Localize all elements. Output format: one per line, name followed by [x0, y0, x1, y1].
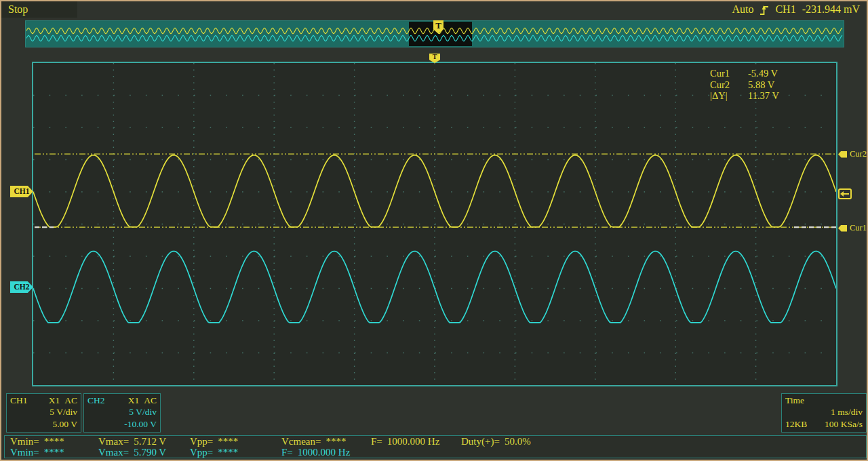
cursor2-marker-label: Cur2 — [850, 149, 867, 159]
trigger-mode[interactable]: Auto — [732, 3, 753, 16]
ch2-position-tag[interactable]: CH2 — [10, 281, 33, 293]
ch2-panel-name: CH2 — [87, 395, 105, 406]
delta-y-value: 11.37 V — [748, 90, 801, 102]
timebase-title: Time — [785, 395, 863, 406]
cursor1-marker-label: Cur1 — [850, 223, 867, 233]
delta-y-label: |ΔY| — [710, 90, 743, 102]
meas-ch2-vpp: Vpp=**** — [190, 447, 238, 458]
sample-rate: 100 KSa/s — [825, 418, 863, 430]
trigger-level-handle[interactable] — [838, 188, 852, 202]
waveform-display: Cur1 -5.49 V Cur2 5.88 V |ΔY| 11.37 V — [32, 62, 837, 386]
cursor2-handle[interactable]: Cur2 — [838, 149, 867, 159]
rising-edge-trigger-icon — [760, 4, 769, 16]
meas-ch2-vmin: Vmin=**** — [10, 447, 64, 458]
meas-ch1-vpp: Vpp=**** — [190, 436, 238, 447]
ch2-offset: -10.00 V — [87, 418, 157, 430]
ch1-scale: 5 V/div — [10, 406, 77, 418]
memory-depth: 12KB — [785, 418, 807, 430]
meas-ch2-freq: F=1000.000 Hz — [281, 447, 350, 458]
ch2-scale: 5 V/div — [87, 406, 157, 418]
cursor2-readout: Cur2 5.88 V — [710, 79, 801, 91]
ch1-coupling: AC — [64, 395, 77, 406]
cursor2-arrow-icon — [838, 151, 847, 158]
cursor1-arrow-icon — [838, 225, 847, 232]
meas-ch1-vcmean: Vcmean=**** — [281, 436, 346, 447]
ch2-coupling: AC — [144, 395, 157, 406]
ch1-offset: 5.00 V — [10, 418, 77, 430]
graticule-and-traces — [33, 63, 836, 385]
trigger-level-readout: -231.944 mV — [802, 3, 860, 16]
timebase-panel[interactable]: Time 1 ms/div 12KB 100 KSa/s — [781, 393, 867, 433]
cur2-label: Cur2 — [710, 79, 743, 91]
cur1-value: -5.49 V — [748, 68, 801, 79]
ch2-settings-panel[interactable]: CH2 X1 AC 5 V/div -10.00 V — [83, 393, 161, 433]
oscilloscope-screen: Stop Auto CH1 -231.944 mV T T Cur1 -5.49… — [0, 0, 868, 461]
timebase-value: 1 ms/div — [785, 406, 863, 418]
cursor1-handle[interactable]: Cur1 — [838, 223, 867, 233]
meas-ch1-freq: F=1000.000 Hz — [371, 436, 439, 447]
meas-ch1-duty: Duty(+)=50.0% — [461, 436, 531, 447]
cur2-value: 5.88 V — [748, 79, 801, 91]
ch1-position-tag[interactable]: CH1 — [10, 186, 33, 197]
ch2-trace — [33, 252, 836, 323]
ch1-probe: X1 — [49, 395, 60, 406]
ch1-panel-name: CH1 — [10, 395, 28, 406]
ch1-trace — [33, 155, 836, 227]
measurement-bar: Vmin=**** Vmax=5.712 V Vpp=**** Vcmean=*… — [4, 435, 867, 458]
trigger-status-group: Auto CH1 -231.944 mV — [732, 3, 860, 16]
meas-ch2-vmax: Vmax=5.790 V — [98, 447, 166, 458]
acquisition-status[interactable]: Stop — [8, 3, 28, 16]
cursor-readout: Cur1 -5.49 V Cur2 5.88 V |ΔY| 11.37 V — [710, 68, 801, 102]
ch2-probe: X1 — [128, 395, 140, 406]
cursor1-readout: Cur1 -5.49 V — [710, 68, 801, 79]
ch1-settings-panel[interactable]: CH1 X1 AC 5 V/div 5.00 V — [6, 393, 81, 433]
trigger-source: CH1 — [775, 3, 795, 16]
delta-y-readout: |ΔY| 11.37 V — [710, 90, 801, 102]
cur1-label: Cur1 — [710, 68, 743, 79]
meas-ch1-vmax: Vmax=5.712 V — [98, 436, 166, 447]
meas-ch1-vmin: Vmin=**** — [10, 436, 64, 447]
